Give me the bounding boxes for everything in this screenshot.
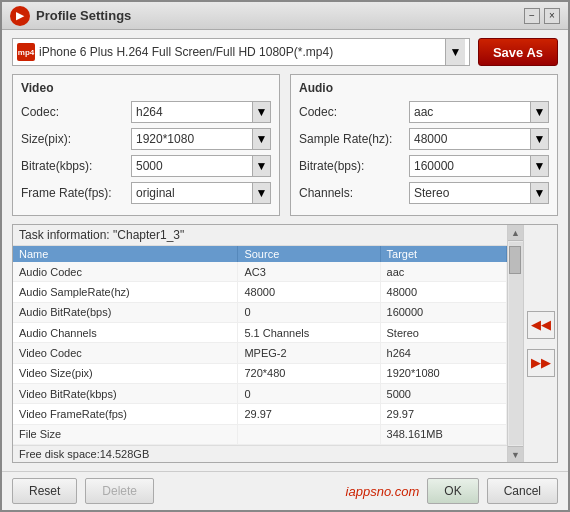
title-bar: ▶ Profile Settings − ×	[2, 2, 568, 30]
video-bitrate-select[interactable]: 5000 ▼	[131, 155, 271, 177]
audio-channels-row: Channels: Stereo ▼	[299, 182, 549, 204]
table-row: Video BitRate(kbps)05000	[13, 383, 507, 403]
app-icon: ▶	[10, 6, 30, 26]
scroll-up-btn[interactable]: ▲	[508, 225, 524, 241]
audio-samplerate-row: Sample Rate(hz): 48000 ▼	[299, 128, 549, 150]
video-panel: Video Codec: h264 ▼ Size(pix): 1920*1080…	[12, 74, 280, 216]
next-button[interactable]: ▶▶	[527, 349, 555, 377]
col-name: Name	[13, 246, 238, 262]
table-cell: Video Codec	[13, 343, 238, 363]
video-size-select[interactable]: 1920*1080 ▼	[131, 128, 271, 150]
main-window: ▶ Profile Settings − × mp4 iPhone 6 Plus…	[0, 0, 570, 512]
video-bitrate-value: 5000	[132, 159, 252, 173]
table-cell: 0	[238, 383, 380, 403]
reset-button[interactable]: Reset	[12, 478, 77, 504]
video-codec-arrow[interactable]: ▼	[252, 102, 270, 122]
table-row: Video Size(pix)720*4801920*1080	[13, 363, 507, 383]
audio-bitrate-row: Bitrate(bps): 160000 ▼	[299, 155, 549, 177]
video-codec-row: Codec: h264 ▼	[21, 101, 271, 123]
table-row: Video CodecMPEG-2h264	[13, 343, 507, 363]
video-framerate-row: Frame Rate(fps): original ▼	[21, 182, 271, 204]
video-codec-value: h264	[132, 105, 252, 119]
table-wrapper: Name Source Target Audio CodecAC3aacAudi…	[13, 246, 507, 445]
table-cell: Audio BitRate(bps)	[13, 302, 238, 322]
audio-channels-select[interactable]: Stereo ▼	[409, 182, 549, 204]
nav-buttons: ◀◀ ▶▶	[523, 225, 557, 462]
table-cell	[238, 424, 380, 444]
audio-samplerate-label: Sample Rate(hz):	[299, 132, 409, 146]
table-cell: 160000	[380, 302, 506, 322]
col-target: Target	[380, 246, 506, 262]
table-cell: 720*480	[238, 363, 380, 383]
task-info-title: Task information: "Chapter1_3"	[13, 225, 507, 246]
video-framerate-value: original	[132, 186, 252, 200]
profile-dropdown-arrow[interactable]: ▼	[445, 39, 465, 65]
close-button[interactable]: ×	[544, 8, 560, 24]
scroll-down-btn[interactable]: ▼	[508, 446, 524, 462]
table-cell: 29.97	[380, 404, 506, 424]
table-cell: Audio Channels	[13, 322, 238, 342]
profile-select[interactable]: mp4 iPhone 6 Plus H.264 Full Screen/Full…	[12, 38, 470, 66]
video-framerate-arrow[interactable]: ▼	[252, 183, 270, 203]
table-cell: Video FrameRate(fps)	[13, 404, 238, 424]
table-row: Audio BitRate(bps)0160000	[13, 302, 507, 322]
window-controls: − ×	[524, 8, 560, 24]
scrollbar: ▲ ▼	[507, 225, 523, 462]
main-content: mp4 iPhone 6 Plus H.264 Full Screen/Full…	[2, 30, 568, 471]
audio-bitrate-label: Bitrate(bps):	[299, 159, 409, 173]
video-framerate-label: Frame Rate(fps):	[21, 186, 131, 200]
audio-bitrate-select[interactable]: 160000 ▼	[409, 155, 549, 177]
table-cell: Video BitRate(kbps)	[13, 383, 238, 403]
video-size-arrow[interactable]: ▼	[252, 129, 270, 149]
table-cell: 1920*1080	[380, 363, 506, 383]
table-cell: Audio SampleRate(hz)	[13, 282, 238, 302]
save-as-button[interactable]: Save As	[478, 38, 558, 66]
table-row: File Size348.161MB	[13, 424, 507, 444]
profile-row: mp4 iPhone 6 Plus H.264 Full Screen/Full…	[12, 38, 558, 66]
prev-button[interactable]: ◀◀	[527, 311, 555, 339]
video-codec-label: Codec:	[21, 105, 131, 119]
ok-button[interactable]: OK	[427, 478, 478, 504]
table-row: Audio SampleRate(hz)4800048000	[13, 282, 507, 302]
table-cell: 348.161MB	[380, 424, 506, 444]
table-row: Audio Channels5.1 ChannelsStereo	[13, 322, 507, 342]
task-info-section: Task information: "Chapter1_3" Name Sour…	[12, 224, 558, 463]
table-cell: 29.97	[238, 404, 380, 424]
table-cell: Video Size(pix)	[13, 363, 238, 383]
table-cell: h264	[380, 343, 506, 363]
table-cell: aac	[380, 262, 506, 282]
audio-samplerate-arrow[interactable]: ▼	[530, 129, 548, 149]
audio-codec-label: Codec:	[299, 105, 409, 119]
col-source: Source	[238, 246, 380, 262]
audio-panel: Audio Codec: aac ▼ Sample Rate(hz): 4800…	[290, 74, 558, 216]
table-row: Video FrameRate(fps)29.9729.97	[13, 404, 507, 424]
minimize-button[interactable]: −	[524, 8, 540, 24]
video-size-row: Size(pix): 1920*1080 ▼	[21, 128, 271, 150]
audio-codec-row: Codec: aac ▼	[299, 101, 549, 123]
task-info-inner: Task information: "Chapter1_3" Name Sour…	[13, 225, 507, 462]
audio-bitrate-arrow[interactable]: ▼	[530, 156, 548, 176]
audio-channels-label: Channels:	[299, 186, 409, 200]
info-table: Name Source Target Audio CodecAC3aacAudi…	[13, 246, 507, 445]
scroll-thumb[interactable]	[509, 246, 521, 274]
video-bitrate-arrow[interactable]: ▼	[252, 156, 270, 176]
video-codec-select[interactable]: h264 ▼	[131, 101, 271, 123]
video-size-value: 1920*1080	[132, 132, 252, 146]
video-size-label: Size(pix):	[21, 132, 131, 146]
video-bitrate-row: Bitrate(kbps): 5000 ▼	[21, 155, 271, 177]
audio-codec-arrow[interactable]: ▼	[530, 102, 548, 122]
audio-channels-arrow[interactable]: ▼	[530, 183, 548, 203]
video-panel-title: Video	[21, 81, 271, 95]
audio-samplerate-select[interactable]: 48000 ▼	[409, 128, 549, 150]
table-cell: 0	[238, 302, 380, 322]
table-row: Audio CodecAC3aac	[13, 262, 507, 282]
free-disk-text: Free disk space:14.528GB	[13, 445, 507, 462]
delete-button[interactable]: Delete	[85, 478, 154, 504]
bottom-bar: Reset Delete iappsno.com OK Cancel	[2, 471, 568, 510]
video-framerate-select[interactable]: original ▼	[131, 182, 271, 204]
audio-bitrate-value: 160000	[410, 159, 530, 173]
audio-samplerate-value: 48000	[410, 132, 530, 146]
table-cell: 5000	[380, 383, 506, 403]
cancel-button[interactable]: Cancel	[487, 478, 558, 504]
audio-codec-select[interactable]: aac ▼	[409, 101, 549, 123]
